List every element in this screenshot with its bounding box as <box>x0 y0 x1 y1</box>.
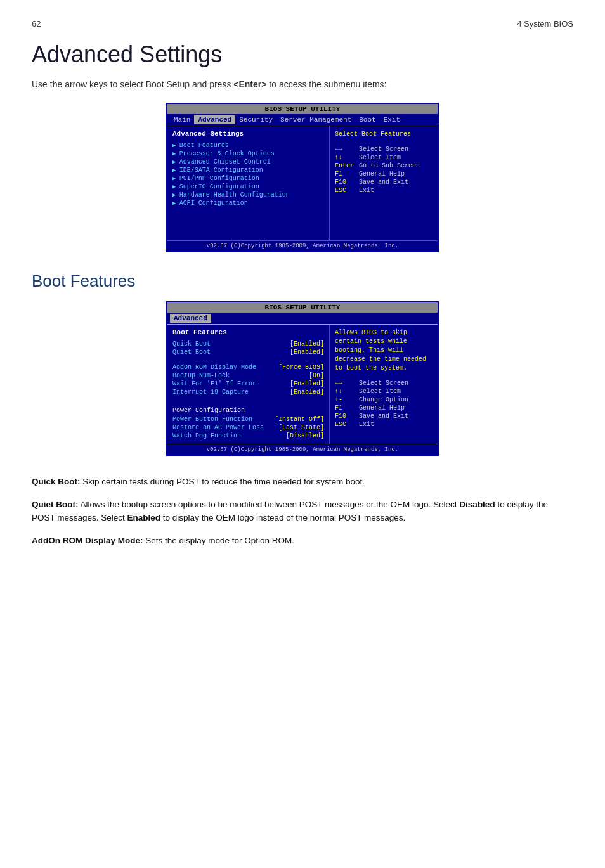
bios-list-item-boot-features[interactable]: Boot Features <box>172 141 324 150</box>
bios-list-item-processor[interactable]: Processor & Clock Options <box>172 150 324 158</box>
row-watchdog[interactable]: Watch Dog Function [Disabled] <box>172 432 324 440</box>
quick-boot-paragraph: Quick Boot: Skip certain tests during PO… <box>32 475 573 489</box>
bios-list-item-superio[interactable]: SuperIO Configuration <box>172 183 324 191</box>
row-restore-ac[interactable]: Restore on AC Power Loss [Last State] <box>172 424 324 432</box>
bios-list-item-pci[interactable]: PCI/PnP Configuration <box>172 174 324 183</box>
menu-item-advanced-2[interactable]: Advanced <box>170 314 211 323</box>
bios-title-bar-1: BIOS SETUP UTILITY <box>167 104 438 114</box>
menu-item-main[interactable]: Main <box>170 115 194 124</box>
bios-list-item-acpi[interactable]: ACPI Configuration <box>172 199 324 207</box>
quiet-boot-paragraph: Quiet Boot: Allows the bootup screen opt… <box>32 498 573 525</box>
row-interrupt19[interactable]: Interrupt 19 Capture [Enabled] <box>172 388 324 396</box>
quiet-boot-term: Quiet Boot: <box>32 500 79 509</box>
key2-help-ud: ↑↓ Select Item <box>335 387 433 396</box>
menu-item-advanced[interactable]: Advanced <box>194 115 235 124</box>
bios-right-panel-2: Allows BIOS to skip certain tests while … <box>330 325 438 444</box>
key-help-f1: F1 General Help <box>335 170 433 178</box>
addon-rom-desc: Sets the display mode for Option ROM. <box>145 536 294 545</box>
bios-footer-2: v02.67 (C)Copyright 1985-2009, American … <box>167 444 438 455</box>
bios-section-header-2: Boot Features <box>172 328 324 336</box>
bios-screen-1: BIOS SETUP UTILITY Main Advanced Securit… <box>166 103 439 252</box>
bios-left-panel-2: Boot Features Quick Boot [Enabled] Quiet… <box>167 325 330 444</box>
bios-right-panel-1: Select Boot Features ←→ Select Screen ↑↓… <box>330 126 438 240</box>
bios-list-item-hardware[interactable]: Hardware Health Configuration <box>172 191 324 199</box>
bios-right-desc-1: Select Boot Features <box>335 130 433 139</box>
bios-body-1: Advanced Settings Boot Features Processo… <box>167 126 438 240</box>
bios-menu-list-1: Boot Features Processor & Clock Options … <box>172 141 324 207</box>
bios-list-item-ide[interactable]: IDE/SATA Configuration <box>172 166 324 174</box>
bios-body-2: Boot Features Quick Boot [Enabled] Quiet… <box>167 325 438 444</box>
addon-rom-term: AddOn ROM Display Mode: <box>32 536 143 545</box>
quick-boot-term: Quick Boot: <box>32 477 81 486</box>
bios-menu-bar-1: Main Advanced Security Server Management… <box>167 114 438 126</box>
menu-item-server[interactable]: Server Management <box>276 115 355 124</box>
row-quiet-boot[interactable]: Quiet Boot [Enabled] <box>172 348 324 356</box>
bios-screen-2: BIOS SETUP UTILITY Advanced Boot Feature… <box>166 301 439 456</box>
bios-key-help-1: ←→ Select Screen ↑↓ Select Item Enter Go… <box>335 145 433 195</box>
row-wait-f1[interactable]: Wait For 'F1' If Error [Enabled] <box>172 380 324 388</box>
addon-rom-paragraph: AddOn ROM Display Mode: Sets the display… <box>32 534 573 548</box>
quick-boot-desc: Skip certain tests during POST to reduce… <box>82 477 365 486</box>
page-header: 62 4 System BIOS <box>32 19 573 29</box>
bios-section-header-1: Advanced Settings <box>172 130 324 138</box>
row-power-button[interactable]: Power Button Function [Instant Off] <box>172 415 324 424</box>
key-help-f10: F10 Save and Exit <box>335 178 433 186</box>
key-help-lr: ←→ Select Screen <box>335 145 433 153</box>
menu-item-exit[interactable]: Exit <box>380 115 404 124</box>
bios-list-item-chipset[interactable]: Advanced Chipset Control <box>172 158 324 166</box>
key2-help-pm: +- Change Option <box>335 396 433 404</box>
menu-item-security[interactable]: Security <box>235 115 276 124</box>
key-help-enter: Enter Go to Sub Screen <box>335 162 433 170</box>
bios-table-2: Quick Boot [Enabled] Quiet Boot [Enabled… <box>172 340 324 440</box>
advanced-settings-intro: Use the arrow keys to select Boot Setup … <box>32 78 573 91</box>
key2-help-f1: F1 General Help <box>335 404 433 412</box>
key2-help-lr: ←→ Select Screen <box>335 379 433 387</box>
bios-title-bar-2: BIOS SETUP UTILITY <box>167 302 438 313</box>
advanced-settings-title: Advanced Settings <box>32 41 573 68</box>
bios-key-help-2: ←→ Select Screen ↑↓ Select Item +- Chang… <box>335 379 433 429</box>
menu-item-boot[interactable]: Boot <box>355 115 379 124</box>
key-help-esc: ESC Exit <box>335 186 433 195</box>
bios-menu-bar-2: Advanced <box>167 313 438 325</box>
key2-help-esc: ESC Exit <box>335 420 433 429</box>
key-help-ud: ↑↓ Select Item <box>335 153 433 162</box>
key2-help-f10: F10 Save and Exit <box>335 412 433 420</box>
boot-features-title: Boot Features <box>32 271 573 291</box>
bios-right-desc-2: Allows BIOS to skip certain tests while … <box>335 328 433 373</box>
page-number-right: 4 System BIOS <box>517 19 573 29</box>
row-addon-rom[interactable]: AddOn ROM Display Mode [Force BIOS] <box>172 363 324 372</box>
quiet-boot-desc: Allows the bootup screen options to be m… <box>32 500 548 523</box>
bios-footer-1: v02.67 (C)Copyright 1985-2009, American … <box>167 240 438 251</box>
power-config-header: Power Configuration <box>172 407 324 414</box>
page-number-left: 62 <box>32 19 41 29</box>
row-bootup-numlock[interactable]: Bootup Num-Lock [On] <box>172 372 324 380</box>
row-quick-boot[interactable]: Quick Boot [Enabled] <box>172 340 324 348</box>
bios-left-panel-1: Advanced Settings Boot Features Processo… <box>167 126 330 240</box>
